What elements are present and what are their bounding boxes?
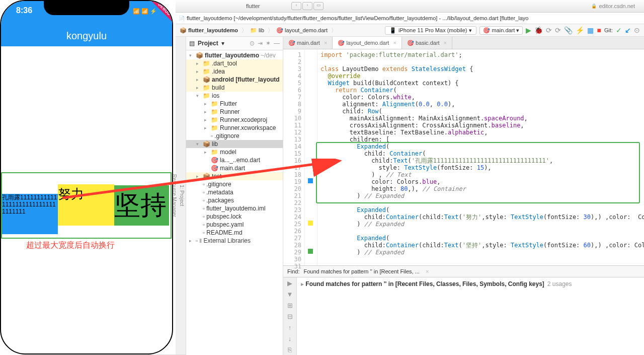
project-tree[interactable]: ▾📦 flutter_layoutdemo ~/dev ▸📁 .dart_too… [186,50,283,355]
find-results-panel: ▶ ▼ ⊞ ⊟ ↑ ↓ ⎘ ▸ Found matches for patter… [283,277,644,355]
toolbar-actions: ▶ 🐞 ⟳ ⟳ 📎 ⚡ ▦ ■ Git: ✓ ↙ ⊙ [526,26,640,34]
crumb-file[interactable]: 🎯 layout_demo.dart [276,27,337,34]
tree-node[interactable]: ▸📁 .idea [186,67,283,76]
tree-node[interactable]: ▫ .packages [186,196,283,204]
color-swatch-yellow [308,221,313,226]
yellow-box: 努力 [58,184,114,226]
tree-node[interactable]: ▾📁 ios [186,92,283,100]
editor-tab[interactable]: 🎯 layout_demo.dart × [333,37,402,49]
tw-project[interactable]: 1: Project [178,37,186,355]
ide-window: flutter ‹›▭ editor.csdn.net flutter_layo… [176,0,644,355]
code-editor[interactable]: 1234567891011121314151617181920212223242… [283,49,644,265]
crumb-project[interactable]: 📦 flutter_layoutdemo [180,27,247,34]
results-toolbar: ▶ ▼ ⊞ ⊟ ↑ ↓ ⎘ [283,277,297,355]
tab-close-icon[interactable]: × [324,40,327,46]
green-box: 坚持 [114,185,169,226]
find-bar: Find: Found matches for pattern '' in [R… [283,265,644,277]
line-numbers: 1234567891011121314151617181920212223242… [283,49,305,265]
results-content[interactable]: ▸ Found matches for pattern '' in [Recen… [297,277,644,355]
status-time: 8:36 [16,6,32,15]
device-selector[interactable]: 📱 iPhone 11 Pro Max (mobile) ▾ [385,26,476,35]
blue-box: 孔雨露1111111111111111111111111111111111 [2,194,58,234]
collapse-icon[interactable]: ⇥ [258,40,263,47]
find-summary: Found matches for pattern '' in [Recent … [303,268,419,274]
tree-root[interactable]: ▾📦 flutter_layoutdemo ~/dev [186,51,283,59]
tab-close-icon[interactable]: × [393,40,396,46]
tree-node[interactable]: ▸📁 build [186,84,283,92]
find-close-icon[interactable]: × [426,268,429,274]
project-path-bar: flutter_layoutdemo [~/development/study/… [176,13,644,24]
tree-node[interactable]: ▸📁 .dart_tool [186,59,283,67]
tree-node[interactable]: ▫ flutter_layoutdemo.iml [186,204,283,212]
rerun-icon[interactable]: ▶ [287,279,292,289]
left-toolwindow-bar[interactable]: 1: Project Resource Manager Layout Captu… [176,37,186,355]
tree-node[interactable]: ▫ .gitignore [186,180,283,188]
window-title: flutter [246,3,260,9]
tree-node[interactable]: ▸📁 Runner [186,108,283,116]
project-panel-header[interactable]: ▤Project▾ ⊙⇥✶— [186,37,283,50]
project-panel: ▤Project▾ ⊙⇥✶— ▾📦 flutter_layoutdemo ~/d… [186,37,283,355]
settings-icon[interactable]: ✶ [266,40,271,47]
profile-icon[interactable]: ⟳ [555,26,561,34]
mac-titlebar: flutter ‹›▭ editor.csdn.net [176,0,644,13]
filter-icon[interactable]: ▼ [287,291,293,300]
vcs-update-icon[interactable]: ✓ [616,26,622,34]
layout-preview: 坚持 努力 孔雨露1111111111111111111111111111111… [1,172,172,239]
phone-notch [44,1,129,15]
tree-node[interactable]: ▫ README.md [186,229,283,237]
expand-icon[interactable]: ⊞ [287,302,293,311]
tree-node[interactable]: ▫ pubspec.lock [186,212,283,221]
export-icon[interactable]: ⎘ [288,346,292,355]
tab-close-icon[interactable]: × [444,40,447,46]
tree-node[interactable]: 🎯 main.dart [186,164,283,172]
tree-node[interactable]: ▸📦 android [flutter_layoutd [186,76,283,84]
editor-tabs: 🎯 main.dart ×🎯 layout_demo.dart ×🎯 basic… [283,37,644,49]
breadcrumb-toolbar: 📦 flutter_layoutdemo 📁 lib 🎯 layout_demo… [176,24,644,37]
run-icon[interactable]: ▶ [526,26,531,34]
tree-node[interactable]: ▸▫ ⫴ External Libraries [186,237,283,245]
hot-reload-icon[interactable]: ⚡ [576,26,584,34]
collapse-all-icon[interactable]: ⊟ [287,313,293,322]
hide-icon[interactable]: — [274,40,280,47]
tree-node[interactable]: ▫ pubspec.yaml [186,221,283,229]
debug-icon[interactable]: 🐞 [534,26,543,34]
run-config-selector[interactable]: 🎯 main.dart ▾ [479,26,523,35]
tree-node[interactable]: ▫ .gitignore [186,132,283,140]
vcs-commit-icon[interactable]: ↙ [625,26,631,34]
tree-node[interactable]: 🎯 la..._..emo.dart [186,156,283,164]
annotation-caption: 超过最大宽度后自动换行 [26,240,115,251]
devtools-icon[interactable]: ▦ [587,26,594,34]
attach-icon[interactable]: 📎 [564,26,573,34]
git-label: Git: [604,27,613,33]
editor-area: 🎯 main.dart ×🎯 layout_demo.dart ×🎯 basic… [283,37,644,355]
tree-node[interactable]: ▫ .metadata [186,188,283,196]
titlebar-buttons[interactable]: ‹›▭ [291,2,324,10]
crumb-lib[interactable]: 📁 lib [250,27,273,34]
tree-node[interactable]: ▸📁 Flutter [186,100,283,108]
phone-simulator: DEBUG 8:36 📶 📶 ⚡ kongyulu 坚持 努力 孔雨露11111… [0,0,173,354]
tree-node[interactable]: ▸📁 Runner.xcodeproj [186,116,283,124]
status-icons: 📶 📶 ⚡ [133,8,157,15]
select-opened-icon[interactable]: ⊙ [250,40,255,47]
color-swatch-green [308,249,313,254]
color-swatch-blue [308,178,313,183]
editor-tab[interactable]: 🎯 main.dart × [283,37,333,49]
prev-icon[interactable]: ↑ [288,324,292,333]
tree-node[interactable]: ▸📦 test [186,172,283,180]
path-text: flutter_layoutdemo [~/development/study/… [179,15,528,21]
next-icon[interactable]: ↓ [288,335,292,344]
coverage-icon[interactable]: ⟳ [546,26,552,34]
tree-node[interactable]: ▸📁 Runner.xcworkspace [186,124,283,132]
tree-node[interactable]: ▸📁 model [186,148,283,156]
editor-tab[interactable]: 🎯 basic.dart × [402,37,452,49]
highlight-box [316,142,640,203]
browser-url: editor.csdn.net [591,3,635,9]
stop-icon[interactable]: ■ [597,26,601,34]
vcs-history-icon[interactable]: ⊙ [634,26,640,34]
tree-node[interactable]: ▾📦 lib [186,140,283,148]
